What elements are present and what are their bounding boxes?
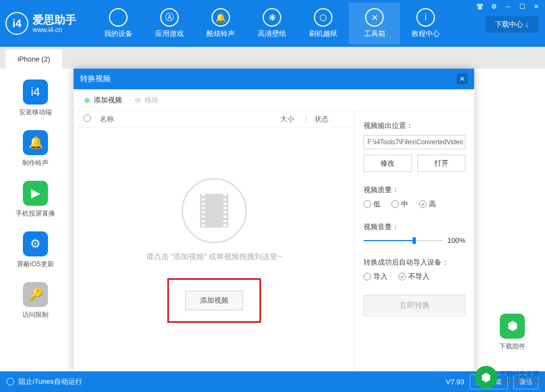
auto-import-label: 转换成功后自动导入设备：: [364, 258, 465, 267]
list-header: 名称 大小 状态: [74, 111, 354, 127]
column-status: 状态: [306, 114, 344, 124]
import-yes-radio[interactable]: 导入: [364, 272, 387, 281]
i4-icon: i4: [23, 79, 48, 105]
convert-now-button[interactable]: 立即转换: [364, 295, 465, 316]
bell-icon: 🔔: [23, 130, 48, 155]
dialog-toolbar: ⊕添加视频 ⊖移除: [74, 89, 474, 111]
nav-my-device[interactable]: 我的设备: [93, 3, 144, 44]
output-path-field[interactable]: F:\i4Tools7\Files\ConvertedVideo: [364, 135, 465, 149]
import-no-radio[interactable]: 不导入: [398, 272, 429, 281]
modify-button[interactable]: 修改: [364, 155, 412, 172]
settings-icon[interactable]: ⚙: [489, 2, 498, 11]
open-button[interactable]: 打开: [417, 155, 466, 172]
watermark: ⬢ 贝斯特安卓网 www.zjbstyy.com: [475, 366, 541, 389]
close-button[interactable]: ✕: [532, 2, 541, 11]
gear-icon: ⚙: [23, 231, 48, 256]
film-reel-icon: [181, 178, 247, 243]
volume-value: 100%: [447, 236, 465, 244]
toolbar-add-video[interactable]: ⊕添加视频: [83, 95, 122, 105]
itunes-block-label: 阻止iTunes自动运行: [19, 377, 82, 387]
key-icon: 🔑: [23, 282, 48, 307]
nav-ringtones[interactable]: 🔔酷炫铃声: [195, 3, 246, 44]
quality-mid-radio[interactable]: 中: [391, 199, 408, 209]
download-center-button[interactable]: 下载中心 ↓: [485, 16, 538, 33]
sidebar-block-updates[interactable]: ⚙屏蔽iOS更新: [17, 231, 54, 269]
sidebar-right: ⬢下载固件: [480, 79, 545, 351]
app-title: 爱思助手: [33, 13, 76, 26]
convert-video-dialog: 转换视频 ✕ ⊕添加视频 ⊖移除 名称 大小 状态 请点击 "添加视频" 或将视…: [74, 69, 474, 373]
version-label: V7.93: [446, 378, 464, 386]
volume-slider[interactable]: [364, 240, 443, 241]
highlighted-frame: 添加视频: [167, 278, 261, 323]
tshirt-icon[interactable]: 👕: [475, 2, 484, 11]
tab-bar: iPhone (2): [0, 47, 545, 69]
select-all-checkbox[interactable]: [83, 114, 91, 122]
logo[interactable]: i4 爱思助手 www.i4.cn: [5, 12, 76, 35]
dialog-title: 转换视频: [80, 74, 111, 84]
watermark-url: www.zjbstyy.com: [500, 378, 541, 384]
apps-icon: Ⓐ: [160, 8, 179, 27]
dialog-close-button[interactable]: ✕: [457, 74, 468, 84]
app-url: www.i4.cn: [33, 26, 76, 34]
box-icon: ⬡: [314, 8, 332, 27]
quality-low-radio[interactable]: 低: [364, 199, 380, 209]
sidebar-left: i4安装移动端 🔔制作铃声 ▶手机投屏直播 ⚙屏蔽iOS更新 🔑访问限制: [0, 79, 71, 320]
volume-label: 视频音量：: [364, 222, 465, 232]
sidebar-download-firmware[interactable]: ⬢下载固件: [499, 314, 525, 351]
logo-icon: i4: [5, 12, 28, 35]
output-path-label: 视频输出位置：: [364, 121, 465, 131]
maximize-button[interactable]: ☐: [518, 2, 526, 11]
watermark-icon: ⬢: [475, 366, 498, 389]
tab-iphone[interactable]: iPhone (2): [5, 50, 62, 69]
main-nav: 我的设备 Ⓐ应用游戏 🔔酷炫铃声 ❋高清壁纸 ⬡刷机越狱 ✕工具箱 i教程中心: [93, 3, 451, 44]
toolbar-remove[interactable]: ⊖移除: [134, 95, 159, 105]
sidebar-install-mobile[interactable]: i4安装移动端: [19, 79, 52, 117]
itunes-block-toggle[interactable]: [7, 378, 14, 385]
window-controls: 👕 ⚙ ─ ☐ ✕: [475, 2, 541, 11]
remove-icon: ⊖: [134, 96, 142, 104]
footer-bar: 阻止iTunes自动运行 V7.93 意见反馈 微信: [0, 371, 545, 392]
nav-tutorials[interactable]: i教程中心: [400, 3, 451, 44]
add-video-button[interactable]: 添加视频: [185, 291, 243, 310]
video-list-panel: 名称 大小 状态 请点击 "添加视频" 或将视频拖拽到这里~ 添加视频: [74, 111, 354, 373]
column-name: 名称: [100, 114, 268, 124]
watermark-name: 贝斯特安卓网: [500, 370, 541, 378]
sidebar-make-ringtone[interactable]: 🔔制作铃声: [22, 130, 49, 168]
add-icon: ⊕: [83, 96, 91, 104]
quality-label: 视频质量：: [364, 185, 465, 195]
flower-icon: ❋: [263, 8, 281, 27]
main-content: i4安装移动端 🔔制作铃声 ▶手机投屏直播 ⚙屏蔽iOS更新 🔑访问限制 ⬢下载…: [0, 69, 545, 371]
dialog-header: 转换视频 ✕: [74, 69, 474, 89]
app-header: i4 爱思助手 www.i4.cn 我的设备 Ⓐ应用游戏 🔔酷炫铃声 ❋高清壁纸…: [0, 0, 545, 47]
settings-panel: 视频输出位置： F:\i4Tools7\Files\ConvertedVideo…: [354, 111, 474, 373]
cube-icon: ⬢: [500, 314, 525, 339]
sidebar-screen-mirror[interactable]: ▶手机投屏直播: [16, 181, 55, 218]
play-icon: ▶: [23, 181, 48, 206]
sidebar-access-limit[interactable]: 🔑访问限制: [22, 282, 49, 320]
tools-icon: ✕: [365, 8, 384, 27]
apple-icon: [109, 8, 128, 27]
nav-apps-games[interactable]: Ⓐ应用游戏: [144, 3, 195, 44]
bell-icon: 🔔: [211, 8, 230, 27]
nav-jailbreak[interactable]: ⬡刷机越狱: [298, 3, 349, 44]
column-size: 大小: [268, 114, 306, 124]
quality-high-radio[interactable]: 高: [419, 199, 436, 209]
drop-hint: 请点击 "添加视频" 或将视频拖拽到这里~: [146, 252, 282, 262]
nav-wallpapers[interactable]: ❋高清壁纸: [246, 3, 298, 44]
empty-drop-zone[interactable]: 请点击 "添加视频" 或将视频拖拽到这里~ 添加视频: [74, 127, 354, 373]
nav-toolbox[interactable]: ✕工具箱: [349, 3, 400, 44]
minimize-button[interactable]: ─: [504, 2, 512, 11]
info-icon: i: [416, 8, 435, 27]
